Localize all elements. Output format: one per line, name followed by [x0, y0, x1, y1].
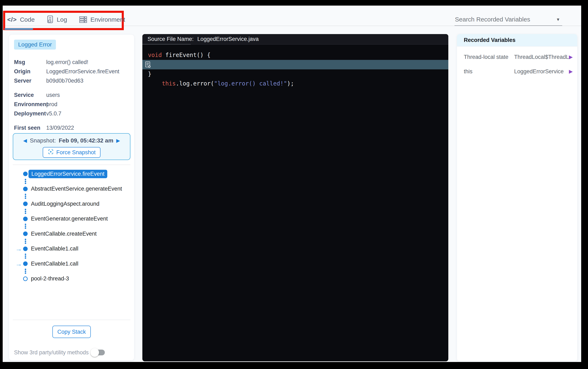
connector-dot [25, 226, 26, 227]
code-line[interactable]: this.log.error("log.error() called!"); [142, 60, 448, 69]
connector-dot [25, 181, 26, 182]
logged-error-badge: Logged Error [14, 40, 56, 50]
code-token: void [148, 52, 162, 58]
force-snapshot-label: Force Snapshot [56, 149, 96, 156]
detail-label: Server [14, 78, 46, 84]
detail-label: First seen [14, 125, 46, 131]
detail-label: Msg [14, 59, 46, 65]
recorded-variables-panel: Recorded Variables Thread-local stateThr… [457, 34, 577, 361]
next-snapshot-button[interactable]: ▶ [116, 138, 120, 144]
header-underline [142, 44, 191, 45]
connector-dot [25, 197, 26, 199]
snapshot-nav-row: ◀ Snapshot: Feb 09, 05:42:32 am ▶ [23, 136, 120, 145]
connector-dot [25, 242, 26, 244]
stack-connector-dots [23, 268, 28, 274]
code-editor-panel: Source File Name: LoggedErrorService.jav… [142, 34, 448, 361]
code-token: .log.error( [176, 80, 214, 87]
connector-dot [25, 269, 26, 270]
detail-row: First seen13/09/2022 [14, 123, 130, 133]
connector-dot [25, 194, 26, 195]
detail-label: Origin [14, 68, 46, 75]
connector-dot [25, 179, 26, 180]
source-file-name-label: Source File Name: [147, 36, 194, 42]
app-screen: </> Code Log [3, 6, 581, 362]
code-area[interactable]: void fireEvent() { this.log.error("log.e… [142, 45, 448, 79]
stack-frame-label[interactable]: EventCallable1.call [31, 246, 78, 252]
stack-frame[interactable]: EventGenerator.generateEvent [14, 214, 132, 223]
expand-variable-icon[interactable]: ▶ [569, 69, 573, 74]
show-3rd-party-toggle[interactable] [92, 349, 105, 355]
stack-frame[interactable]: →EventCallable1.call [14, 259, 132, 268]
stack-frame[interactable]: EventCallable.createEvent [14, 229, 132, 238]
copy-stack-button[interactable]: Copy Stack [52, 326, 91, 338]
code-line[interactable]: } [142, 69, 448, 79]
stack-frame-label[interactable]: EventGenerator.generateEvent [31, 215, 108, 222]
snapshot-log-icon[interactable] [145, 61, 151, 68]
stack-frame[interactable]: AbstractEventService.generateEvent [14, 184, 132, 194]
code-token: fireEvent() { [162, 52, 210, 58]
stack-frame-bullet-icon [23, 217, 28, 221]
detail-value: 13/09/2022 [46, 125, 74, 131]
prev-snapshot-button[interactable]: ◀ [23, 138, 27, 144]
detail-value: prod [46, 101, 57, 108]
code-token: "log.error() called!" [214, 80, 287, 87]
detail-value: log.error() called! [46, 59, 88, 65]
tab-environment-label: Environment [90, 16, 125, 23]
variable-row[interactable]: thisLoggedErrorService▶ [457, 64, 577, 79]
stack-frame-label[interactable]: EventCallable1.call [31, 261, 78, 267]
stack-frame-bullet-icon [23, 261, 28, 266]
variable-name: this [464, 68, 514, 75]
code-icon: </> [7, 16, 17, 23]
divider [13, 320, 130, 320]
detail-row: Environmentprod [14, 100, 130, 109]
code-token: ); [287, 80, 294, 87]
stack-frame-label[interactable]: LoggedErrorService.fireEvent [29, 170, 107, 178]
detail-value: v5.0.7 [46, 111, 61, 117]
code-line[interactable]: void fireEvent() { [142, 50, 448, 60]
stack-frame-label[interactable]: EventCallable.createEvent [31, 231, 97, 237]
tab-code[interactable]: </> Code [7, 14, 35, 25]
tab-log[interactable]: Log [47, 14, 67, 25]
connector-dot [25, 211, 26, 212]
detail-label: Service [14, 92, 46, 98]
stack-frame[interactable]: AuditLoggingAspect.around [14, 199, 132, 208]
connector-dot [25, 183, 26, 184]
snapshot-timestamp: Feb 09, 05:42:32 am [59, 137, 113, 144]
force-snapshot-button[interactable]: Force Snapshot [43, 147, 101, 158]
tab-code-label: Code [20, 16, 35, 23]
search-recorded-variables-select[interactable]: Search Recorded Variables ▾ [454, 13, 562, 26]
detail-label: Deployment [14, 111, 46, 117]
detail-value: b09d0b70ed63 [46, 78, 83, 84]
source-file-name-value: LoggedErrorService.java [197, 36, 259, 42]
stack-connector-dots [23, 238, 28, 244]
stack-frame-bullet-icon [23, 172, 28, 176]
source-file-header: Source File Name: LoggedErrorService.jav… [142, 34, 448, 45]
connector-dot [25, 224, 26, 225]
stack-connector-dots [23, 208, 28, 214]
recorded-variables-title: Recorded Variables [464, 37, 516, 43]
stack-connector-dots [23, 194, 28, 199]
variable-row[interactable]: Thread-local stateThreadLocal$ThreadL…▶ [457, 50, 577, 64]
third-party-toggle-row: Show 3rd party/utility methods [14, 346, 105, 359]
divider [13, 164, 130, 165]
connector-dot [25, 272, 26, 274]
thread-hop-arrow-icon: → [15, 245, 22, 252]
error-details-panel: Logged Error Msglog.error() called!Origi… [9, 35, 134, 360]
expand-variable-icon[interactable]: ▶ [569, 54, 573, 60]
stack-frame-label[interactable]: pool-2-thread-3 [31, 276, 69, 282]
detail-row: Deploymentv5.0.7 [14, 109, 130, 118]
code-token [148, 80, 162, 87]
recorded-variables-list: Thread-local stateThreadLocal$ThreadL…▶t… [457, 46, 577, 79]
stack-frame[interactable]: pool-2-thread-3 [14, 274, 132, 283]
stack-frame[interactable]: LoggedErrorService.fireEvent [14, 169, 132, 178]
stack-frame[interactable]: →EventCallable1.call [14, 244, 132, 253]
stack-frame-bullet-icon [23, 202, 28, 206]
connector-dot [25, 239, 26, 240]
tab-environment[interactable]: Environment [79, 14, 125, 25]
connector-dot [25, 254, 26, 255]
snapshot-label: Snapshot: [30, 137, 56, 144]
stack-frame-label[interactable]: AuditLoggingAspect.around [31, 201, 99, 207]
connector-dot [25, 257, 26, 259]
stack-frame-label[interactable]: AbstractEventService.generateEvent [31, 186, 122, 192]
detail-row: Serverb09d0b70ed63 [14, 76, 130, 85]
